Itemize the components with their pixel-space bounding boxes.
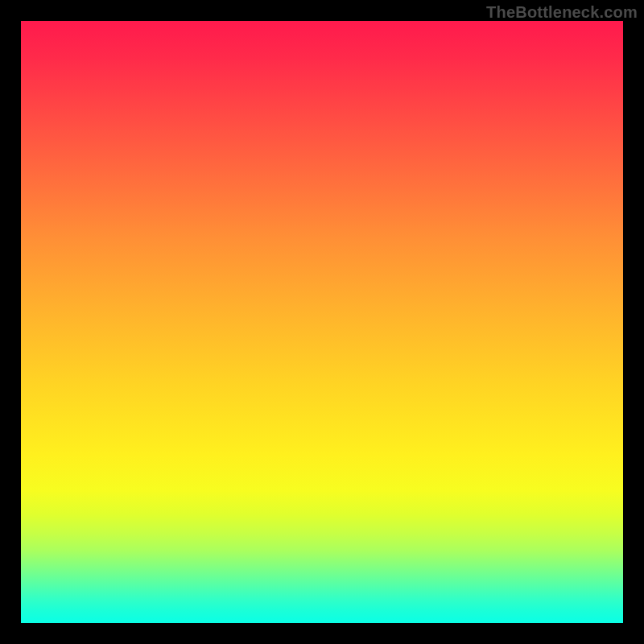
background-gradient xyxy=(21,21,623,623)
watermark-text: TheBottleneck.com xyxy=(486,3,638,22)
chart-frame: TheBottleneck.com xyxy=(0,0,644,644)
plot-area xyxy=(21,21,623,623)
